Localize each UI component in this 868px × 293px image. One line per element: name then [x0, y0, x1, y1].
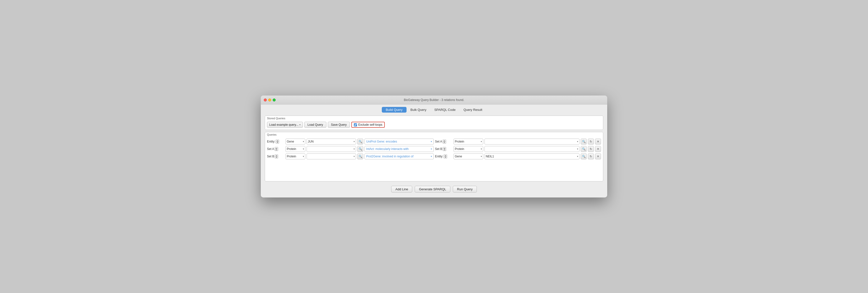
row2-relation-arrow: ▾: [431, 148, 432, 150]
delete-icon: ✕: [597, 155, 599, 158]
row1-right-entity-type[interactable]: Protein ▾: [454, 139, 483, 145]
row1-right-value-arrow: ▾: [577, 140, 578, 143]
save-query-button[interactable]: Save Query: [328, 122, 350, 128]
row2-relation[interactable]: IntAct: molecularly interacts with ▾: [365, 146, 434, 152]
row1-right-label-container: Set A ▲ ▼: [435, 140, 452, 144]
bottom-bar: Add Line Generate SPARQL Run Query: [265, 183, 603, 194]
row2-left-entity-type[interactable]: Protein ▾: [285, 146, 305, 152]
row1-left-search-button[interactable]: 🔍: [357, 139, 363, 145]
row1-right-entity-type-text: Protein: [455, 140, 480, 143]
row3-right-entity-type[interactable]: Gene ▾: [454, 153, 483, 159]
row3-left-search-button[interactable]: 🔍: [357, 153, 363, 159]
titlebar: BioGateway Query Builder - 3 relations f…: [261, 95, 607, 105]
row1-left-value-arrow: ▾: [353, 140, 355, 143]
delete-icon: ✕: [597, 140, 599, 143]
row3-right-stepper-down[interactable]: ▼: [444, 156, 447, 158]
row2-left-entity-type-text: Protein: [287, 147, 302, 151]
row3-delete-button[interactable]: ✕: [595, 153, 601, 159]
row2-delete-button[interactable]: ✕: [595, 146, 601, 152]
row1-right-entity-type-arrow: ▾: [481, 140, 482, 143]
row2-left-stepper-down[interactable]: ▼: [275, 149, 278, 151]
row1-right-stepper-down[interactable]: ▼: [443, 142, 446, 144]
tab-sparql-code[interactable]: SPARQL Code: [430, 107, 460, 113]
row2-right-stepper-down[interactable]: ▼: [443, 149, 446, 151]
row2-right-stepper[interactable]: ▲ ▼: [443, 147, 446, 151]
row3-right-stepper[interactable]: ▲ ▼: [444, 154, 447, 158]
row2-left-search-button[interactable]: 🔍: [357, 146, 363, 152]
maximize-button[interactable]: [273, 98, 276, 101]
row3-right-label: Entity:: [435, 155, 443, 158]
row1-right-stepper-up[interactable]: ▲: [443, 140, 446, 142]
row1-refresh-button[interactable]: ↻: [588, 139, 594, 145]
row1-right-stepper[interactable]: ▲ ▼: [443, 140, 446, 144]
row2-right-entity-type[interactable]: Protein ▾: [454, 146, 483, 152]
row1-right-search-button[interactable]: 🔍: [581, 139, 587, 145]
row3-relation-text: Prot2Gene: involved in regulation of: [366, 155, 430, 158]
row2-right-value[interactable]: ▾: [485, 146, 580, 152]
row3-right-value-text: NEIL1: [486, 155, 576, 158]
row1-left-value[interactable]: JUN ▾: [307, 139, 356, 145]
queries-section: Queries Entity: ▲ ▼ Gene ▾: [265, 132, 603, 181]
row2-right-stepper-up[interactable]: ▲: [443, 147, 446, 149]
row2-right-search-button[interactable]: 🔍: [581, 146, 587, 152]
run-query-button[interactable]: Run Query: [453, 186, 477, 193]
row3-left-entity-type[interactable]: Protein ▾: [285, 153, 305, 159]
row3-left-stepper-down[interactable]: ▼: [275, 156, 278, 158]
row2-refresh-button[interactable]: ↻: [588, 146, 594, 152]
tab-query-result[interactable]: Query Result: [460, 107, 486, 113]
row3-right-search-button[interactable]: 🔍: [581, 153, 587, 159]
window-title: BioGateway Query Builder - 3 relations f…: [404, 98, 464, 102]
row3-left-label: Set B: [267, 155, 274, 158]
row2-right-label-container: Set B ▲ ▼: [435, 147, 452, 151]
row3-right-stepper-up[interactable]: ▲: [444, 154, 447, 156]
row2-left-entity-type-arrow: ▾: [303, 148, 304, 150]
close-button[interactable]: [264, 98, 267, 101]
exclude-self-loops-checkbox-container[interactable]: Exclude self-loops: [351, 122, 385, 128]
stored-queries-section: Stored Queries Load example query... ▾ L…: [265, 116, 603, 130]
row3-left-stepper[interactable]: ▲ ▼: [275, 154, 278, 158]
row3-refresh-button[interactable]: ↻: [588, 153, 594, 159]
row1-relation[interactable]: UniProt Gene: encodes ▾: [365, 139, 434, 145]
tab-bulk-query[interactable]: Bulk Query: [406, 107, 430, 113]
row3-relation[interactable]: Prot2Gene: involved in regulation of ▾: [365, 153, 434, 159]
row1-left-entity-type[interactable]: Gene ▾: [285, 139, 305, 145]
row3-left-value[interactable]: ▾: [307, 153, 356, 159]
row1-left-stepper-down[interactable]: ▼: [276, 142, 279, 144]
row1-left-stepper-up[interactable]: ▲: [276, 140, 279, 142]
query-row-2: Set A ▲ ▼ Protein ▾ ▾: [267, 146, 601, 152]
refresh-icon: ↻: [590, 155, 592, 158]
load-example-query-button[interactable]: Load example query... ▾: [267, 122, 303, 128]
row3-right-value[interactable]: NEIL1 ▾: [485, 153, 580, 159]
stored-queries-content: Load example query... ▾ Load Query Save …: [265, 120, 603, 130]
row1-delete-button[interactable]: ✕: [595, 139, 601, 145]
row2-right-value-arrow: ▾: [577, 148, 578, 150]
row2-left-stepper-up[interactable]: ▲: [275, 147, 278, 149]
query-row-1: Entity: ▲ ▼ Gene ▾ JUN ▾: [267, 139, 601, 145]
tab-bar: Build Query Bulk Query SPARQL Code Query…: [265, 107, 603, 113]
refresh-icon: ↻: [590, 140, 592, 143]
generate-sparql-button[interactable]: Generate SPARQL: [415, 186, 450, 193]
row1-right-value[interactable]: ▾: [485, 139, 580, 145]
row3-left-stepper-up[interactable]: ▲: [275, 154, 278, 156]
row3-left-entity-type-text: Protein: [287, 155, 302, 158]
row1-left-entity-type-arrow: ▾: [303, 140, 304, 143]
delete-icon: ✕: [597, 147, 599, 151]
search-icon: 🔍: [582, 147, 586, 151]
row1-right-label: Set A: [435, 140, 442, 143]
row3-right-entity-type-arrow: ▾: [481, 155, 482, 158]
row2-left-value[interactable]: ▾: [307, 146, 356, 152]
tab-build-query[interactable]: Build Query: [382, 107, 406, 113]
row1-left-value-text: JUN: [308, 140, 353, 143]
search-icon: 🔍: [582, 155, 586, 158]
row2-relation-text: IntAct: molecularly interacts with: [366, 147, 430, 151]
load-query-button[interactable]: Load Query: [304, 122, 327, 128]
search-icon: 🔍: [359, 140, 362, 143]
row1-left-stepper[interactable]: ▲ ▼: [276, 140, 279, 144]
minimize-button[interactable]: [268, 98, 271, 101]
row1-relation-text: UniProt Gene: encodes: [366, 140, 430, 143]
main-content: Build Query Bulk Query SPARQL Code Query…: [261, 105, 607, 198]
exclude-self-loops-checkbox[interactable]: [354, 123, 357, 126]
row1-left-entity-type-text: Gene: [287, 140, 302, 143]
add-line-button[interactable]: Add Line: [391, 186, 412, 193]
row2-left-stepper[interactable]: ▲ ▼: [275, 147, 278, 151]
